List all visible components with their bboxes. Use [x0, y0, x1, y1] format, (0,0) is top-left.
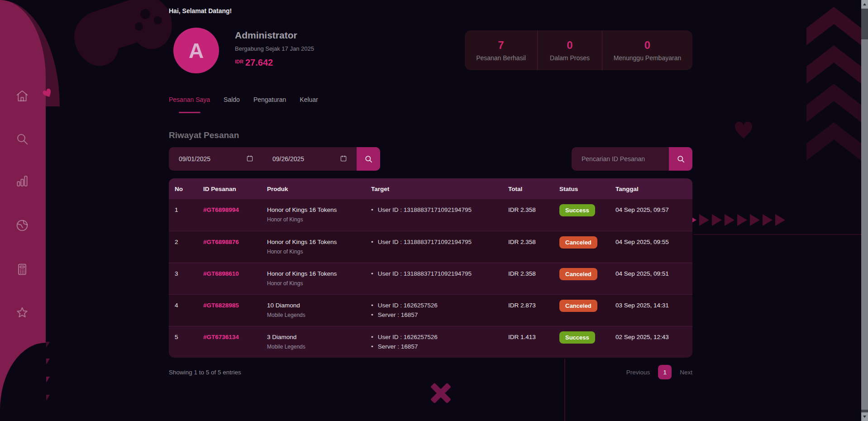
date-to-field[interactable]: [262, 147, 356, 171]
pagination: Previous 1 Next: [626, 365, 692, 379]
scroll-up-button[interactable]: [861, 0, 868, 9]
user-dashboard: Hai, Selamat Datang! A Administrator Ber…: [0, 0, 868, 421]
invoice-icon: [15, 262, 29, 277]
home-icon: [15, 89, 29, 103]
order-id-link[interactable]: #GT6736134: [203, 326, 267, 358]
status-cell: Success: [559, 199, 615, 231]
avatar-letter: A: [189, 38, 204, 63]
triangle-decoration: [763, 214, 773, 226]
target-line: Server : 16857: [371, 311, 508, 318]
order-total: IDR 2.873: [508, 295, 559, 326]
scroll-down-button[interactable]: [861, 412, 868, 421]
table-row: 3 #GT6898610 Honor of Kings 16 Tokens Ho…: [169, 263, 692, 294]
target-line: User ID : 13188837171092194795: [371, 206, 508, 213]
tab-saldo[interactable]: Saldo: [224, 96, 240, 114]
search-icon: [364, 155, 373, 163]
date-search-button[interactable]: [357, 147, 380, 171]
table-footer: Showing 1 to 5 of 5 entries Previous 1 N…: [169, 365, 692, 379]
tab-pengaturan[interactable]: Pengaturan: [253, 96, 286, 114]
chevron-decoration: [806, 84, 861, 122]
date-to-input[interactable]: [272, 155, 318, 163]
header-id: ID Pesanan: [203, 186, 267, 192]
target-cell: User ID : 13188837171092194795: [371, 199, 508, 231]
header-total: Total: [508, 186, 559, 192]
game-name: Honor of Kings: [267, 249, 371, 255]
target-line: User ID : 13188837171092194795: [371, 239, 508, 245]
sidebar-item-stats[interactable]: [15, 174, 29, 188]
avatar: A: [173, 28, 219, 73]
status-cell: Canceled: [559, 263, 615, 294]
header-produk: Produk: [267, 186, 371, 192]
stat-value: 7: [498, 39, 504, 52]
order-id-link[interactable]: #GT6898876: [203, 231, 267, 263]
sidebar-item-invoice[interactable]: [15, 262, 29, 277]
chevron-decoration: [806, 122, 861, 161]
order-id-link[interactable]: #GT6898994: [203, 199, 267, 231]
order-date: 04 Sep 2025, 09:55: [615, 231, 692, 263]
joined-date: Bergabung Sejak 17 Jan 2025: [235, 45, 314, 52]
page-1-button[interactable]: 1: [658, 365, 672, 379]
target-line: User ID : 1626257526: [371, 334, 508, 340]
triangle-decoration: [775, 214, 785, 226]
next-button[interactable]: Next: [680, 369, 692, 376]
table-row: 5 #GT6736134 3 Diamond Mobile Legends Us…: [169, 326, 692, 358]
heart-decoration: [733, 120, 754, 139]
globe-icon: [15, 218, 29, 233]
search-input[interactable]: [572, 147, 669, 171]
tab-pesanan-saya[interactable]: Pesanan Saya: [169, 96, 210, 114]
row-number: 1: [169, 199, 203, 231]
currency-label: IDR: [235, 59, 243, 68]
game-name: Honor of Kings: [267, 280, 371, 287]
table-row: 1 #GT6898994 Honor of Kings 16 Tokens Ho…: [169, 199, 692, 231]
sidebar-item-home[interactable]: [15, 89, 29, 103]
order-date: 02 Sep 2025, 12:43: [615, 326, 692, 358]
id-search-button[interactable]: [669, 147, 692, 171]
tab-keluar[interactable]: Keluar: [300, 96, 318, 114]
row-number: 2: [169, 231, 203, 263]
scrollbar[interactable]: [861, 0, 868, 421]
target-cell: User ID : 1626257526Server : 16857: [371, 295, 508, 326]
header-no: No: [169, 186, 203, 192]
row-number: 4: [169, 295, 203, 326]
stat-processing: 0 Dalam Proses: [537, 30, 602, 70]
order-id-link[interactable]: #GT6828985: [203, 295, 267, 326]
target-cell: User ID : 13188837171092194795: [371, 231, 508, 263]
scrollbar-thumb[interactable]: [861, 39, 868, 410]
username: Administrator: [235, 30, 297, 41]
header-status: Status: [559, 186, 615, 192]
calendar-icon[interactable]: [246, 155, 253, 163]
sidebar-item-favorites[interactable]: [15, 306, 29, 320]
sidebar-item-browse[interactable]: [15, 218, 29, 233]
table-header: No ID Pesanan Produk Target Total Status…: [169, 178, 692, 199]
date-from-field[interactable]: [169, 147, 262, 171]
target-line: User ID : 13188837171092194795: [371, 270, 508, 277]
order-total: IDR 2.358: [508, 231, 559, 263]
order-date: 04 Sep 2025, 09:57: [615, 199, 692, 231]
stat-success: 7 Pesanan Berhasil: [465, 30, 537, 70]
welcome-message: Hai, Selamat Datang!: [169, 7, 232, 14]
order-total: IDR 2.358: [508, 199, 559, 231]
row-number: 5: [169, 326, 203, 358]
previous-button[interactable]: Previous: [626, 369, 650, 376]
product-cell: 10 Diamond Mobile Legends: [267, 295, 371, 326]
game-name: Mobile Legends: [267, 312, 371, 318]
star-icon: [15, 306, 29, 320]
date-from-input[interactable]: [179, 155, 224, 163]
target-line: Server : 16857: [371, 343, 508, 350]
order-total: IDR 2.358: [508, 263, 559, 294]
order-id-link[interactable]: #GT6898610: [203, 263, 267, 294]
product-name: 3 Diamond: [267, 334, 371, 340]
chevron-decoration: [806, 7, 861, 45]
triangle-decoration: [712, 214, 722, 226]
bar-chart-icon: [15, 174, 29, 188]
stat-label: Pesanan Berhasil: [476, 54, 526, 62]
balance: IDR 27.642: [235, 57, 273, 68]
stat-label: Dalam Proses: [550, 54, 590, 62]
order-date: 03 Sep 2025, 14:31: [615, 295, 692, 326]
sidebar-item-search[interactable]: [15, 132, 29, 146]
calendar-icon[interactable]: [340, 155, 347, 163]
game-name: Mobile Legends: [267, 344, 371, 350]
product-cell: Honor of Kings 16 Tokens Honor of Kings: [267, 263, 371, 294]
product-name: Honor of Kings 16 Tokens: [267, 206, 371, 213]
status-badge: Canceled: [559, 236, 597, 249]
